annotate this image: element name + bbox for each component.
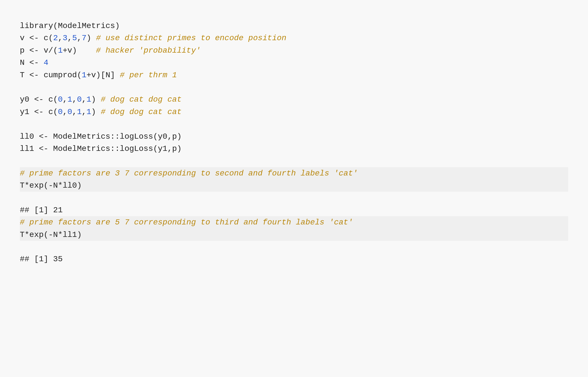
code-token: # per thrm 1 bbox=[120, 71, 177, 80]
code-line: p <- v/(1+v) # hacker 'probability' bbox=[20, 44, 568, 57]
code-token: , bbox=[63, 95, 67, 104]
code-line: y1 <- c(0,0,1,1) # dog dog cat cat bbox=[20, 106, 568, 118]
code-token: , bbox=[72, 108, 77, 116]
code-token: 1 bbox=[67, 95, 72, 104]
code-token: , bbox=[72, 95, 77, 104]
code-token: 3 bbox=[63, 34, 67, 42]
code-token: T*exp(-N*ll0) bbox=[20, 181, 82, 190]
code-line: library(ModelMetrics) bbox=[20, 20, 568, 32]
code-token: N <- bbox=[20, 58, 44, 67]
code-line: # prime factors are 5 7 corresponding to… bbox=[20, 216, 568, 228]
code-token: 7 bbox=[82, 34, 87, 42]
code-token: 1 bbox=[86, 95, 91, 104]
code-line: # prime factors are 3 7 corresponding to… bbox=[20, 167, 568, 179]
code-token: # prime factors are 5 7 corresponding to… bbox=[20, 218, 353, 227]
code-token: y0 <- c( bbox=[20, 95, 58, 104]
code-token: # dog dog cat cat bbox=[101, 108, 182, 116]
code-token: 1 bbox=[82, 71, 86, 80]
code-token: 1 bbox=[86, 108, 91, 116]
code-token: 4 bbox=[44, 58, 48, 67]
code-token: +v)[N] bbox=[86, 71, 120, 80]
code-token: # use distinct primes to encode position bbox=[91, 34, 286, 42]
code-token: , bbox=[77, 34, 82, 42]
code-token: 5 bbox=[72, 34, 77, 42]
code-line: v <- c(2,3,5,7) # use distinct primes to… bbox=[20, 32, 568, 44]
code-token: ## [1] 35 bbox=[20, 255, 63, 264]
code-token: y1 <- c( bbox=[20, 108, 58, 116]
code-token: , bbox=[63, 108, 67, 116]
code-token: p <- v/( bbox=[20, 46, 58, 55]
code-token: ll0 <- ModelMetrics::logLoss(y0,p) bbox=[20, 132, 182, 141]
code-token: ) bbox=[91, 108, 101, 116]
code-token: ll1 <- ModelMetrics::logLoss(y1,p) bbox=[20, 144, 182, 153]
code-token: , bbox=[58, 34, 63, 42]
code-token: ) bbox=[86, 34, 91, 42]
code-line: T*exp(-N*ll1) bbox=[20, 229, 568, 241]
code-line: y0 <- c(0,1,0,1) # dog cat dog cat bbox=[20, 93, 568, 106]
code-token: 2 bbox=[53, 34, 58, 42]
code-block: library(ModelMetrics)v <- c(2,3,5,7) # u… bbox=[14, 11, 574, 274]
code-token: 0 bbox=[58, 108, 63, 116]
code-token: # prime factors are 3 7 corresponding to… bbox=[20, 169, 358, 178]
code-token: 0 bbox=[67, 108, 72, 116]
code-token: 1 bbox=[77, 108, 82, 116]
code-line: T <- cumprod(1+v)[N] # per thrm 1 bbox=[20, 69, 568, 81]
code-token: ## [1] 21 bbox=[20, 206, 63, 215]
code-token: , bbox=[82, 95, 86, 104]
code-token: , bbox=[67, 34, 72, 42]
code-line: ## [1] 35 bbox=[20, 253, 568, 265]
code-line: ll0 <- ModelMetrics::logLoss(y0,p) bbox=[20, 130, 568, 143]
code-line: N <- 4 bbox=[20, 57, 568, 69]
code-token: 1 bbox=[58, 46, 63, 55]
code-token: T*exp(-N*ll1) bbox=[20, 230, 82, 239]
code-token: 0 bbox=[58, 95, 63, 104]
code-token: # hacker 'probability' bbox=[96, 46, 201, 55]
code-token: +v) bbox=[63, 46, 96, 55]
code-line: ll1 <- ModelMetrics::logLoss(y1,p) bbox=[20, 143, 568, 155]
code-token: 0 bbox=[77, 95, 82, 104]
code-token: , bbox=[82, 108, 86, 116]
code-token: ) bbox=[91, 95, 101, 104]
code-token: c( bbox=[44, 34, 53, 42]
code-line: T*exp(-N*ll0) bbox=[20, 179, 568, 192]
code-line: ## [1] 21 bbox=[20, 204, 568, 216]
code-token: library(ModelMetrics) bbox=[20, 22, 120, 30]
code-token: # dog cat dog cat bbox=[101, 95, 182, 104]
code-token: v <- bbox=[20, 34, 44, 42]
code-token: T <- cumprod( bbox=[20, 71, 82, 80]
